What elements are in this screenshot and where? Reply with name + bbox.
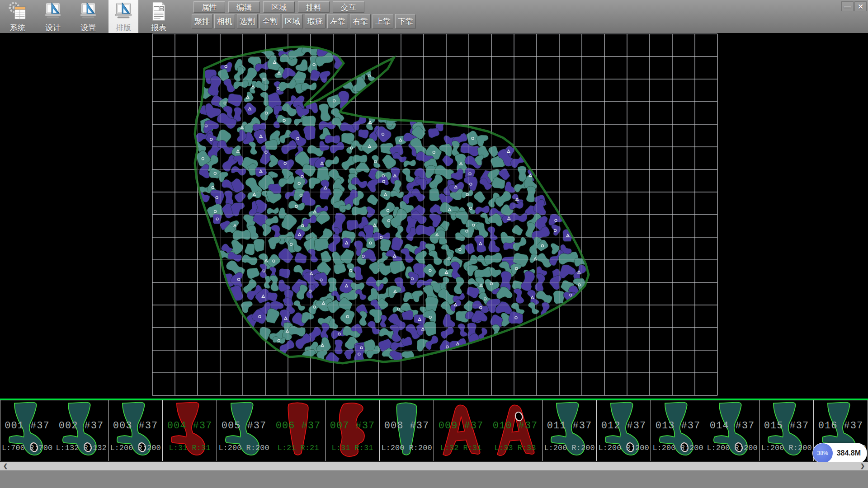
menu-tab-4[interactable]: 交互 [333, 1, 364, 13]
nav-system-button[interactable]: 系统 [3, 0, 33, 33]
memory-usage: 384.8M [833, 449, 867, 457]
nesting-canvas[interactable] [0, 33, 868, 399]
menu-tab-2[interactable]: 区域 [263, 1, 295, 13]
piece-thumbnail-004_#37[interactable]: 004_#37L:31 R:31 [163, 400, 217, 461]
menu-tab-1[interactable]: 编辑 [228, 1, 260, 13]
nav-label: 报表 [151, 23, 166, 33]
piece-thumbnail-011_#37[interactable]: 011_#37L:200 R:200 [542, 400, 597, 461]
piece-shape [55, 401, 107, 460]
piece-thumbnail-008_#37[interactable]: 008_#37L:200 R:200 [380, 400, 434, 461]
piece-thumbnail-014_#37[interactable]: 014_#37L:200 R:200 [705, 400, 760, 461]
system-icon [7, 0, 28, 23]
tool-button-4[interactable]: 区域 [282, 14, 303, 28]
piece-thumbnail-001_#37[interactable]: 001_#37L:700 R:700 [0, 400, 54, 461]
nav-label: 系统 [10, 23, 25, 33]
tool-button-6[interactable]: 左靠 [327, 14, 348, 28]
piece-thumbnail-013_#37[interactable]: 013_#37L:200 R:200 [651, 400, 705, 461]
nav-nesting-button[interactable]: 排版 [108, 0, 138, 33]
status-bar [0, 470, 868, 488]
piece-shape [652, 401, 703, 460]
menu-tab-0[interactable]: 属性 [193, 1, 225, 13]
piece-shape [1, 401, 53, 460]
tool-button-1[interactable]: 相机 [214, 14, 235, 28]
tool-button-7[interactable]: 右靠 [350, 14, 371, 28]
piece-shape [706, 401, 758, 460]
close-button[interactable]: ✕ [854, 1, 867, 11]
piece-shape [760, 401, 812, 460]
canvas-svg [0, 33, 868, 399]
nav-settings-button[interactable]: 设置 [73, 0, 103, 33]
scroll-left-arrow-icon[interactable]: ❮ [0, 462, 11, 470]
tool-button-5[interactable]: 瑕疵 [305, 14, 326, 28]
piece-thumbnail-002_#37[interactable]: 002_#37L:132 R:132 [54, 400, 108, 461]
piece-thumbnail-006_#37[interactable]: 006_#37L:21 R:21 [271, 400, 326, 461]
horizontal-scrollbar[interactable]: ❮ ❯ [0, 462, 868, 470]
nav-design-button[interactable]: 设计 [38, 0, 68, 33]
piece-thumbnail-strip: 001_#37L:700 R:700002_#37L:132 R:132003_… [0, 400, 868, 461]
piece-shape [435, 401, 486, 460]
piece-shape [109, 401, 161, 460]
nav-label: 设置 [80, 23, 96, 33]
piece-thumbnail-007_#37[interactable]: 007_#37L:31 R:31 [326, 400, 380, 461]
nav-label: 排版 [116, 23, 131, 33]
design-icon [42, 0, 63, 23]
piece-thumbnail-012_#37[interactable]: 012_#37L:200 R:200 [597, 400, 651, 461]
menu-tab-3[interactable]: 排料 [298, 1, 330, 13]
tool-button-9[interactable]: 下靠 [395, 14, 416, 28]
piece-thumbnail-003_#37[interactable]: 003_#37L:200 R:200 [108, 400, 163, 461]
tool-button-8[interactable]: 上靠 [373, 14, 393, 28]
piece-shape [381, 401, 432, 460]
scroll-right-arrow-icon[interactable]: ❯ [857, 462, 868, 470]
piece-thumbnail-009_#37[interactable]: 009_#37L:32 R:31 [434, 400, 488, 461]
minimize-button[interactable]: — [841, 1, 854, 11]
piece-thumbnail-005_#37[interactable]: 005_#37L:200 R:200 [217, 400, 271, 461]
piece-shape [218, 401, 269, 460]
tool-button-3[interactable]: 全割 [259, 14, 280, 28]
tool-button-2[interactable]: 选割 [237, 14, 258, 28]
report-icon [148, 0, 169, 23]
piece-shape [164, 401, 215, 460]
tool-button-0[interactable]: 聚排 [192, 14, 212, 28]
nav-report-button[interactable]: 报表 [144, 0, 174, 33]
main-toolbar: 系统设计设置排版报表 属性编辑区域排料交互 聚排相机选割全割区域瑕疵左靠右靠上靠… [0, 0, 868, 33]
piece-shape [598, 401, 649, 460]
progress-percent-badge: 38% [813, 443, 833, 463]
piece-shape [272, 401, 324, 460]
progress-percent: 38% [817, 450, 828, 456]
leather-hide[interactable] [191, 42, 590, 367]
nesting-icon [113, 0, 134, 23]
nav-label: 设计 [45, 23, 61, 33]
piece-shape [326, 401, 378, 460]
piece-thumbnail-015_#37[interactable]: 015_#37L:200 R:200 [760, 400, 814, 461]
piece-shape [489, 401, 541, 460]
status-badge: 38% 384.8M [812, 443, 867, 464]
settings-icon [78, 0, 99, 23]
piece-shape [543, 401, 595, 460]
piece-thumbnail-010_#37[interactable]: 010_#37L:33 R:33 [488, 400, 542, 461]
